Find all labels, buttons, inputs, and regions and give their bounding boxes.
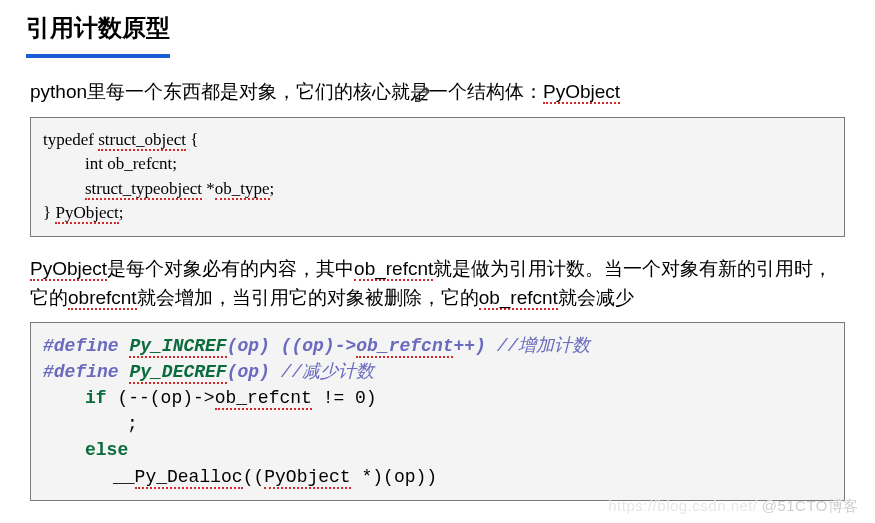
punct: ; [119,203,124,222]
txt: 是每个对象必有的内容，其中 [107,258,354,279]
field: ob_refcnt [215,388,312,410]
intro-pyobject: PyObject [543,81,620,104]
watermark-brand: @51CTO博客 [762,497,859,514]
intro-paragraph: python里每一个东西都是对象，它们的核心就是一个结构体：PyObject [30,78,845,107]
code-line: typedef struct_object { [43,128,832,153]
code: ++) [453,336,496,356]
directive: #define [43,362,129,382]
macro-name: Py_DECREF [129,362,226,384]
watermark-url: https://blog.csdn.net/ [608,497,757,514]
keyword: else [43,437,832,463]
code-line: ; [43,411,832,437]
code: (op) ((op)-> [227,336,357,356]
punct: } [43,203,55,222]
code: (( [243,467,265,487]
type: PyObject [264,467,350,489]
keyword: if [85,388,107,408]
code-line: #define Py_DECREF(op) //减少计数 [43,359,832,385]
term: PyObject [30,258,107,281]
code-line: #define Py_INCREF(op) ((op)->ob_refcnt++… [43,333,832,359]
term: ob_refcnt [479,287,558,310]
code-line: } PyObject; [43,201,832,226]
mid-paragraph: PyObject是每个对象必有的内容，其中ob_refcnt就是做为引用计数。当… [30,255,845,312]
code: __ [113,467,135,487]
punct: ; [270,179,275,198]
comment: //增加计数 [497,336,591,356]
intro-text: python里每一个东西都是对象，它们的核心就是一个结构体： [30,81,543,102]
closing-paragraph: 当引用计数为0时，该对象生命就结束了 [30,519,845,523]
punct: { [186,130,198,149]
directive: #define [43,336,129,356]
comment: //减少计数 [281,362,375,382]
ident: ob_type [215,179,270,200]
section-heading: 引用计数原型 [26,10,170,58]
kw: typedef [43,130,98,149]
term: ob_refcnt [354,258,433,281]
fn: Py_Dealloc [135,467,243,489]
macro-name: Py_INCREF [129,336,226,358]
watermark: https://blog.csdn.net/@51CTO博客 [608,495,859,518]
code: != 0) [312,388,377,408]
ident: struct_object [98,130,186,151]
code-block-struct: typedef struct_object { int ob_refcnt; s… [30,117,845,238]
code: (--(op)-> [107,388,215,408]
txt: 就会减少 [558,287,634,308]
code: (op) [227,362,281,382]
ident: struct_typeobject [85,179,202,200]
code: *)(op)) [351,467,437,487]
code-block-macros: #define Py_INCREF(op) ((op)->ob_refcnt++… [30,322,845,501]
term: obrefcnt [68,287,137,310]
ident: PyObject [55,203,118,224]
field: ob_refcnt [356,336,453,358]
code-line: struct_typeobject *ob_type; [43,177,832,202]
code-line: __Py_Dealloc((PyObject *)(op)) [43,464,832,490]
code-line: int ob_refcnt; [43,152,832,177]
code-line: if (--(op)->ob_refcnt != 0) [43,385,832,411]
txt: 就会增加，当引用它的对象被删除，它的 [137,287,479,308]
punct: * [202,179,215,198]
